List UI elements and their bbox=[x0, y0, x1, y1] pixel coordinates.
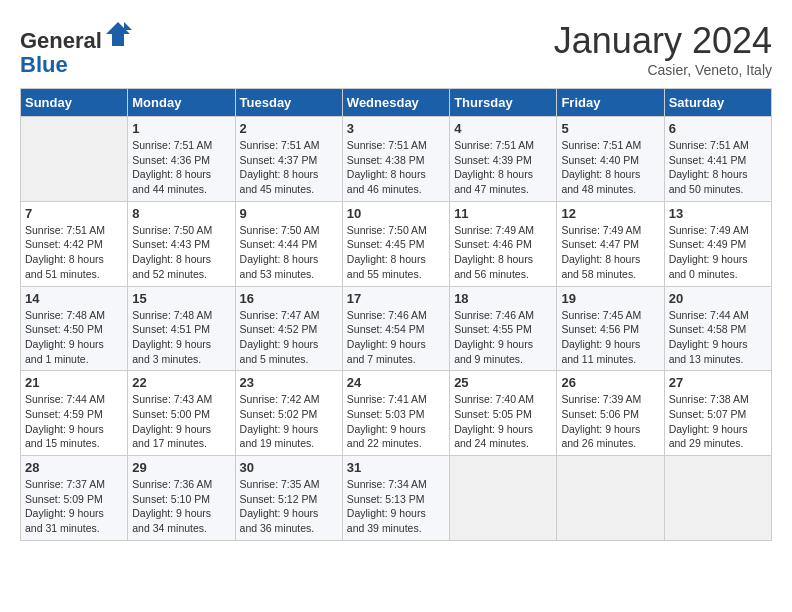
day-number: 29 bbox=[132, 460, 230, 475]
day-info: Sunrise: 7:39 AM Sunset: 5:06 PM Dayligh… bbox=[561, 392, 659, 451]
day-info: Sunrise: 7:51 AM Sunset: 4:41 PM Dayligh… bbox=[669, 138, 767, 197]
calendar-cell: 31Sunrise: 7:34 AM Sunset: 5:13 PM Dayli… bbox=[342, 456, 449, 541]
day-number: 16 bbox=[240, 291, 338, 306]
day-info: Sunrise: 7:34 AM Sunset: 5:13 PM Dayligh… bbox=[347, 477, 445, 536]
day-info: Sunrise: 7:51 AM Sunset: 4:40 PM Dayligh… bbox=[561, 138, 659, 197]
calendar-cell bbox=[557, 456, 664, 541]
day-number: 14 bbox=[25, 291, 123, 306]
calendar-cell: 27Sunrise: 7:38 AM Sunset: 5:07 PM Dayli… bbox=[664, 371, 771, 456]
day-number: 26 bbox=[561, 375, 659, 390]
calendar-cell: 16Sunrise: 7:47 AM Sunset: 4:52 PM Dayli… bbox=[235, 286, 342, 371]
logo-text-blue: Blue bbox=[20, 52, 68, 77]
header-col-monday: Monday bbox=[128, 89, 235, 117]
day-info: Sunrise: 7:51 AM Sunset: 4:38 PM Dayligh… bbox=[347, 138, 445, 197]
day-number: 2 bbox=[240, 121, 338, 136]
day-info: Sunrise: 7:51 AM Sunset: 4:39 PM Dayligh… bbox=[454, 138, 552, 197]
calendar-cell: 9Sunrise: 7:50 AM Sunset: 4:44 PM Daylig… bbox=[235, 201, 342, 286]
day-info: Sunrise: 7:44 AM Sunset: 4:58 PM Dayligh… bbox=[669, 308, 767, 367]
calendar-cell: 3Sunrise: 7:51 AM Sunset: 4:38 PM Daylig… bbox=[342, 117, 449, 202]
calendar-cell: 2Sunrise: 7:51 AM Sunset: 4:37 PM Daylig… bbox=[235, 117, 342, 202]
header-col-thursday: Thursday bbox=[450, 89, 557, 117]
day-info: Sunrise: 7:46 AM Sunset: 4:55 PM Dayligh… bbox=[454, 308, 552, 367]
calendar-cell: 21Sunrise: 7:44 AM Sunset: 4:59 PM Dayli… bbox=[21, 371, 128, 456]
day-info: Sunrise: 7:47 AM Sunset: 4:52 PM Dayligh… bbox=[240, 308, 338, 367]
day-info: Sunrise: 7:44 AM Sunset: 4:59 PM Dayligh… bbox=[25, 392, 123, 451]
day-info: Sunrise: 7:38 AM Sunset: 5:07 PM Dayligh… bbox=[669, 392, 767, 451]
day-number: 15 bbox=[132, 291, 230, 306]
day-info: Sunrise: 7:45 AM Sunset: 4:56 PM Dayligh… bbox=[561, 308, 659, 367]
day-number: 30 bbox=[240, 460, 338, 475]
day-info: Sunrise: 7:43 AM Sunset: 5:00 PM Dayligh… bbox=[132, 392, 230, 451]
calendar-cell: 19Sunrise: 7:45 AM Sunset: 4:56 PM Dayli… bbox=[557, 286, 664, 371]
day-info: Sunrise: 7:42 AM Sunset: 5:02 PM Dayligh… bbox=[240, 392, 338, 451]
day-number: 18 bbox=[454, 291, 552, 306]
day-number: 21 bbox=[25, 375, 123, 390]
calendar-cell: 11Sunrise: 7:49 AM Sunset: 4:46 PM Dayli… bbox=[450, 201, 557, 286]
day-info: Sunrise: 7:37 AM Sunset: 5:09 PM Dayligh… bbox=[25, 477, 123, 536]
day-info: Sunrise: 7:50 AM Sunset: 4:44 PM Dayligh… bbox=[240, 223, 338, 282]
day-info: Sunrise: 7:49 AM Sunset: 4:46 PM Dayligh… bbox=[454, 223, 552, 282]
header-row: SundayMondayTuesdayWednesdayThursdayFrid… bbox=[21, 89, 772, 117]
day-number: 9 bbox=[240, 206, 338, 221]
calendar-cell: 1Sunrise: 7:51 AM Sunset: 4:36 PM Daylig… bbox=[128, 117, 235, 202]
day-info: Sunrise: 7:48 AM Sunset: 4:50 PM Dayligh… bbox=[25, 308, 123, 367]
day-number: 17 bbox=[347, 291, 445, 306]
week-row-5: 28Sunrise: 7:37 AM Sunset: 5:09 PM Dayli… bbox=[21, 456, 772, 541]
day-number: 24 bbox=[347, 375, 445, 390]
week-row-3: 14Sunrise: 7:48 AM Sunset: 4:50 PM Dayli… bbox=[21, 286, 772, 371]
calendar-cell bbox=[664, 456, 771, 541]
calendar-cell: 30Sunrise: 7:35 AM Sunset: 5:12 PM Dayli… bbox=[235, 456, 342, 541]
title-area: January 2024 Casier, Veneto, Italy bbox=[554, 20, 772, 78]
calendar-cell: 4Sunrise: 7:51 AM Sunset: 4:39 PM Daylig… bbox=[450, 117, 557, 202]
day-info: Sunrise: 7:50 AM Sunset: 4:43 PM Dayligh… bbox=[132, 223, 230, 282]
calendar-cell: 10Sunrise: 7:50 AM Sunset: 4:45 PM Dayli… bbox=[342, 201, 449, 286]
calendar-cell: 26Sunrise: 7:39 AM Sunset: 5:06 PM Dayli… bbox=[557, 371, 664, 456]
page-header: General Blue January 2024 Casier, Veneto… bbox=[20, 20, 772, 78]
header-col-wednesday: Wednesday bbox=[342, 89, 449, 117]
calendar-cell: 28Sunrise: 7:37 AM Sunset: 5:09 PM Dayli… bbox=[21, 456, 128, 541]
day-info: Sunrise: 7:49 AM Sunset: 4:47 PM Dayligh… bbox=[561, 223, 659, 282]
day-info: Sunrise: 7:35 AM Sunset: 5:12 PM Dayligh… bbox=[240, 477, 338, 536]
calendar-header: SundayMondayTuesdayWednesdayThursdayFrid… bbox=[21, 89, 772, 117]
month-title: January 2024 bbox=[554, 20, 772, 62]
day-info: Sunrise: 7:50 AM Sunset: 4:45 PM Dayligh… bbox=[347, 223, 445, 282]
day-number: 4 bbox=[454, 121, 552, 136]
day-info: Sunrise: 7:48 AM Sunset: 4:51 PM Dayligh… bbox=[132, 308, 230, 367]
day-number: 1 bbox=[132, 121, 230, 136]
calendar-cell: 29Sunrise: 7:36 AM Sunset: 5:10 PM Dayli… bbox=[128, 456, 235, 541]
location-subtitle: Casier, Veneto, Italy bbox=[554, 62, 772, 78]
day-info: Sunrise: 7:49 AM Sunset: 4:49 PM Dayligh… bbox=[669, 223, 767, 282]
day-number: 11 bbox=[454, 206, 552, 221]
week-row-4: 21Sunrise: 7:44 AM Sunset: 4:59 PM Dayli… bbox=[21, 371, 772, 456]
day-number: 19 bbox=[561, 291, 659, 306]
calendar-cell: 6Sunrise: 7:51 AM Sunset: 4:41 PM Daylig… bbox=[664, 117, 771, 202]
day-number: 20 bbox=[669, 291, 767, 306]
day-number: 31 bbox=[347, 460, 445, 475]
day-info: Sunrise: 7:36 AM Sunset: 5:10 PM Dayligh… bbox=[132, 477, 230, 536]
day-number: 13 bbox=[669, 206, 767, 221]
calendar-table: SundayMondayTuesdayWednesdayThursdayFrid… bbox=[20, 88, 772, 541]
day-info: Sunrise: 7:40 AM Sunset: 5:05 PM Dayligh… bbox=[454, 392, 552, 451]
calendar-cell bbox=[21, 117, 128, 202]
day-number: 7 bbox=[25, 206, 123, 221]
calendar-cell: 7Sunrise: 7:51 AM Sunset: 4:42 PM Daylig… bbox=[21, 201, 128, 286]
calendar-cell: 14Sunrise: 7:48 AM Sunset: 4:50 PM Dayli… bbox=[21, 286, 128, 371]
week-row-1: 1Sunrise: 7:51 AM Sunset: 4:36 PM Daylig… bbox=[21, 117, 772, 202]
calendar-cell: 17Sunrise: 7:46 AM Sunset: 4:54 PM Dayli… bbox=[342, 286, 449, 371]
day-info: Sunrise: 7:51 AM Sunset: 4:42 PM Dayligh… bbox=[25, 223, 123, 282]
calendar-cell: 15Sunrise: 7:48 AM Sunset: 4:51 PM Dayli… bbox=[128, 286, 235, 371]
header-col-sunday: Sunday bbox=[21, 89, 128, 117]
day-number: 28 bbox=[25, 460, 123, 475]
calendar-body: 1Sunrise: 7:51 AM Sunset: 4:36 PM Daylig… bbox=[21, 117, 772, 541]
logo-icon bbox=[104, 20, 132, 48]
svg-marker-1 bbox=[124, 22, 132, 30]
calendar-cell: 25Sunrise: 7:40 AM Sunset: 5:05 PM Dayli… bbox=[450, 371, 557, 456]
calendar-cell: 8Sunrise: 7:50 AM Sunset: 4:43 PM Daylig… bbox=[128, 201, 235, 286]
day-info: Sunrise: 7:46 AM Sunset: 4:54 PM Dayligh… bbox=[347, 308, 445, 367]
day-info: Sunrise: 7:51 AM Sunset: 4:36 PM Dayligh… bbox=[132, 138, 230, 197]
header-col-saturday: Saturday bbox=[664, 89, 771, 117]
header-col-tuesday: Tuesday bbox=[235, 89, 342, 117]
day-number: 6 bbox=[669, 121, 767, 136]
day-number: 8 bbox=[132, 206, 230, 221]
day-number: 12 bbox=[561, 206, 659, 221]
